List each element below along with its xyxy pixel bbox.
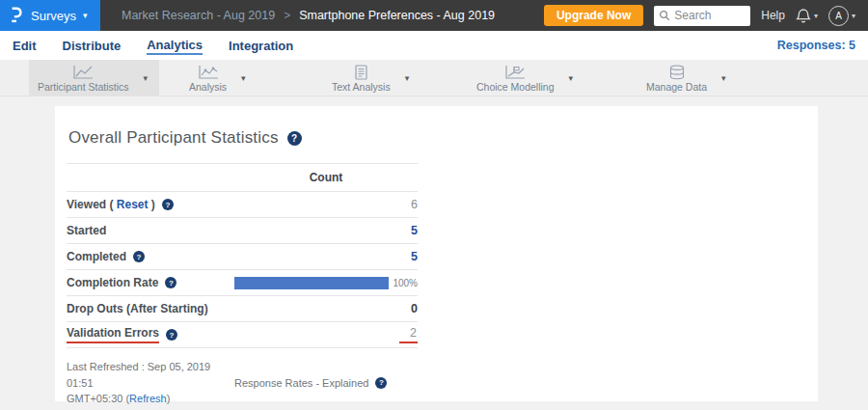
row-value: 6: [234, 198, 418, 211]
row-label: Drop Outs (After Starting): [67, 302, 208, 315]
table-row-validation-errors: Validation Errors ? 2: [67, 322, 418, 348]
chevron-down-icon: ▾: [814, 12, 818, 20]
count-column-header: Count: [234, 171, 418, 184]
row-label: Completion Rate: [67, 276, 158, 289]
document-icon: [349, 65, 372, 80]
table-row-viewed: Viewed ( Reset ) ? 6: [67, 192, 418, 218]
table-row-completed: Completed ? 5: [67, 244, 418, 270]
last-refreshed: Last Refreshed : Sep 05, 2019 01:51 GMT+…: [67, 359, 234, 407]
brand-logo-icon: [9, 6, 24, 25]
help-icon[interactable]: ?: [165, 277, 176, 288]
nav-item-edit[interactable]: Edit: [13, 38, 37, 53]
card-title-row: Overall Participant Statistics ?: [67, 106, 806, 163]
trend-chart-icon: [197, 65, 220, 80]
page-title: Overall Participant Statistics: [68, 128, 279, 148]
tab-text-analysis[interactable]: Text Analysis ▾: [323, 60, 437, 96]
nav-item-distribute[interactable]: Distribute: [63, 38, 122, 53]
account-menu[interactable]: A ▾: [828, 6, 855, 26]
chevron-down-icon: ▾: [83, 11, 88, 20]
help-icon[interactable]: ?: [166, 329, 177, 341]
responses-count[interactable]: Responses: 5: [777, 39, 855, 52]
flag-chart-icon: [503, 65, 527, 80]
page-background: Overall Participant Statistics ? Count V…: [0, 106, 868, 410]
row-label: Viewed ( Reset ): [67, 198, 155, 211]
chevron-down-icon[interactable]: ▾: [569, 73, 574, 83]
row-value: 5: [234, 224, 418, 237]
completion-rate-percent: 100%: [393, 278, 418, 288]
notifications-button[interactable]: ▾: [796, 8, 818, 24]
tab-analysis[interactable]: Analysis ▾: [180, 60, 294, 96]
help-icon[interactable]: ?: [375, 377, 387, 389]
surveys-menu[interactable]: Surveys ▾: [0, 0, 100, 31]
breadcrumb: Market Research - Aug 2019 > Smartphone …: [122, 9, 495, 22]
chevron-down-icon: ▾: [852, 12, 855, 20]
table-header-row: Count: [67, 164, 418, 192]
tab-manage-data[interactable]: Manage Data ▾: [637, 60, 761, 96]
tab-label: Manage Data: [646, 81, 707, 93]
refresh-link[interactable]: Refresh: [129, 393, 167, 404]
response-rates-label: Response Rates - Explained: [234, 375, 368, 392]
tab-label: Choice Modelling: [476, 81, 555, 93]
row-value: 0: [234, 302, 418, 315]
chevron-down-icon[interactable]: ▾: [241, 73, 246, 83]
statistics-table: Count Viewed ( Reset ) ? 6 Started 5 Com…: [67, 163, 418, 348]
row-value: 5: [234, 250, 418, 263]
avatar: A: [828, 6, 849, 26]
search-icon: [659, 10, 670, 21]
survey-nav: Edit Distribute Analytics Integration Re…: [0, 31, 868, 60]
help-link[interactable]: Help: [761, 9, 785, 22]
chevron-down-icon[interactable]: ▾: [721, 73, 726, 83]
response-rates-explained: Response Rates - Explained ?: [234, 359, 387, 407]
search-input[interactable]: [674, 9, 744, 22]
breadcrumb-parent[interactable]: Market Research - Aug 2019: [122, 9, 275, 22]
analytics-toolbar: Participant Statistics ▾ Analysis ▾ Text…: [0, 60, 868, 96]
completion-rate-bar-fill: [234, 277, 389, 289]
search-box[interactable]: [654, 6, 750, 26]
database-icon: [667, 65, 687, 80]
tab-choice-modelling[interactable]: Choice Modelling ▾: [468, 60, 601, 96]
row-label: Completed: [67, 250, 126, 263]
top-bar: Surveys ▾ Market Research - Aug 2019 > S…: [0, 0, 868, 31]
nav-item-integration[interactable]: Integration: [229, 38, 293, 53]
breadcrumb-separator: >: [284, 9, 290, 22]
upgrade-now-button[interactable]: Upgrade Now: [544, 5, 643, 26]
table-row-started: Started 5: [67, 218, 418, 244]
card-footer: Last Refreshed : Sep 05, 2019 01:51 GMT+…: [67, 359, 806, 407]
completion-rate-bar: [234, 277, 389, 289]
tab-label: Analysis: [189, 81, 227, 93]
chevron-down-icon[interactable]: ▾: [144, 73, 149, 83]
breadcrumb-current[interactable]: Smartphone Preferences - Aug 2019: [299, 9, 495, 22]
topbar-actions: Upgrade Now Help ▾ A ▾: [544, 5, 868, 26]
line-chart-icon: [71, 65, 95, 80]
row-value-annotated: 2: [399, 326, 418, 343]
participant-statistics-card: Overall Participant Statistics ? Count V…: [55, 106, 818, 401]
help-icon[interactable]: ?: [162, 199, 174, 210]
last-refreshed-line1: Last Refreshed : Sep 05, 2019 01:51: [67, 361, 210, 389]
help-icon[interactable]: ?: [287, 131, 302, 146]
row-label: Started: [67, 224, 106, 237]
tab-label: Participant Statistics: [38, 81, 129, 93]
nav-item-analytics[interactable]: Analytics: [147, 37, 203, 55]
table-row-completion-rate: Completion Rate ? 100%: [67, 270, 418, 296]
chevron-down-icon[interactable]: ▾: [405, 73, 410, 83]
bell-icon: [796, 8, 811, 24]
tab-label: Text Analysis: [332, 81, 391, 93]
tab-participant-statistics[interactable]: Participant Statistics ▾: [29, 60, 159, 96]
surveys-menu-label: Surveys: [31, 9, 76, 23]
reset-link[interactable]: Reset: [117, 198, 149, 211]
help-icon[interactable]: ?: [133, 251, 145, 262]
row-label-annotated: Validation Errors: [67, 326, 159, 343]
table-row-drop-outs: Drop Outs (After Starting) 0: [67, 296, 418, 322]
